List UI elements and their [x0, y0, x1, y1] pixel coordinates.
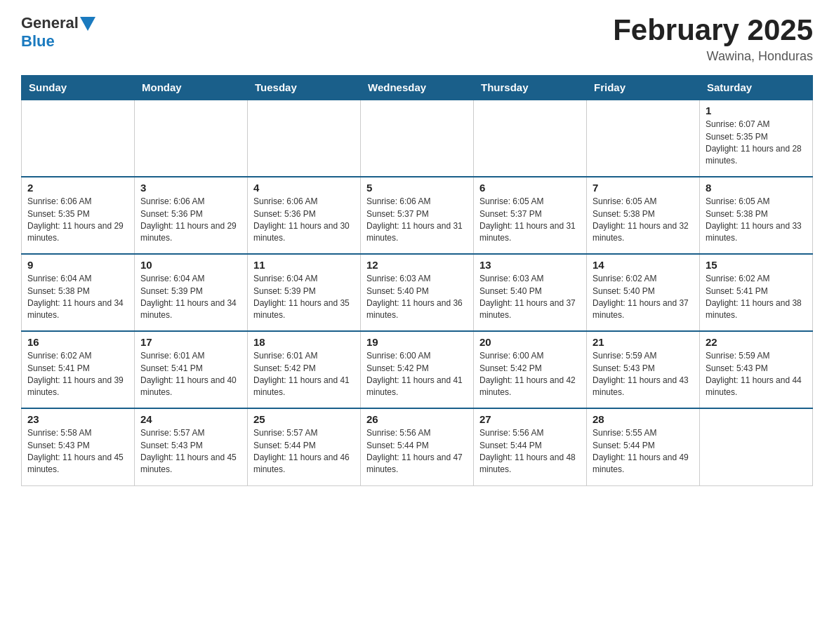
day-info: Sunrise: 6:06 AM Sunset: 5:35 PM Dayligh… [27, 196, 128, 245]
day-number: 23 [27, 413, 128, 425]
calendar-week-row: 16Sunrise: 6:02 AM Sunset: 5:41 PM Dayli… [22, 331, 813, 408]
day-number: 6 [479, 182, 581, 194]
calendar-day-cell: 17Sunrise: 6:01 AM Sunset: 5:41 PM Dayli… [135, 331, 248, 408]
day-info: Sunrise: 5:57 AM Sunset: 5:44 PM Dayligh… [253, 427, 355, 476]
calendar-day-cell: 11Sunrise: 6:04 AM Sunset: 5:39 PM Dayli… [248, 254, 361, 331]
logo-text-blue: Blue [21, 32, 55, 51]
calendar-day-cell: 3Sunrise: 6:06 AM Sunset: 5:36 PM Daylig… [135, 177, 248, 254]
calendar-day-cell: 15Sunrise: 6:02 AM Sunset: 5:41 PM Dayli… [700, 254, 813, 331]
calendar-day-cell: 4Sunrise: 6:06 AM Sunset: 5:36 PM Daylig… [248, 177, 361, 254]
column-header-tuesday: Tuesday [248, 76, 361, 100]
calendar-day-cell: 22Sunrise: 5:59 AM Sunset: 5:43 PM Dayli… [700, 331, 813, 408]
day-number: 20 [479, 336, 581, 348]
calendar-day-cell: 13Sunrise: 6:03 AM Sunset: 5:40 PM Dayli… [474, 254, 587, 331]
day-info: Sunrise: 5:56 AM Sunset: 5:44 PM Dayligh… [479, 427, 581, 476]
calendar-day-cell [248, 100, 361, 177]
column-header-wednesday: Wednesday [361, 76, 474, 100]
day-info: Sunrise: 5:56 AM Sunset: 5:44 PM Dayligh… [366, 427, 468, 476]
calendar-day-cell: 5Sunrise: 6:06 AM Sunset: 5:37 PM Daylig… [361, 177, 474, 254]
calendar-day-cell: 6Sunrise: 6:05 AM Sunset: 5:37 PM Daylig… [474, 177, 587, 254]
day-number: 24 [140, 413, 241, 425]
day-number: 2 [27, 182, 128, 194]
day-number: 26 [366, 413, 468, 425]
calendar-day-cell: 14Sunrise: 6:02 AM Sunset: 5:40 PM Dayli… [587, 254, 700, 331]
day-info: Sunrise: 6:01 AM Sunset: 5:41 PM Dayligh… [140, 350, 241, 399]
day-number: 11 [253, 259, 355, 271]
day-number: 27 [479, 413, 581, 425]
calendar-week-row: 2Sunrise: 6:06 AM Sunset: 5:35 PM Daylig… [22, 177, 813, 254]
logo-text-general: General [21, 14, 79, 32]
day-number: 19 [366, 336, 468, 348]
day-info: Sunrise: 6:04 AM Sunset: 5:39 PM Dayligh… [253, 273, 355, 322]
day-info: Sunrise: 5:57 AM Sunset: 5:43 PM Dayligh… [140, 427, 241, 476]
calendar-day-cell: 23Sunrise: 5:58 AM Sunset: 5:43 PM Dayli… [22, 408, 135, 485]
calendar-day-cell: 18Sunrise: 6:01 AM Sunset: 5:42 PM Dayli… [248, 331, 361, 408]
day-info: Sunrise: 6:04 AM Sunset: 5:39 PM Dayligh… [140, 273, 241, 322]
day-info: Sunrise: 6:02 AM Sunset: 5:40 PM Dayligh… [593, 273, 694, 322]
calendar-day-cell: 28Sunrise: 5:55 AM Sunset: 5:44 PM Dayli… [587, 408, 700, 485]
calendar-day-cell [135, 100, 248, 177]
day-info: Sunrise: 6:03 AM Sunset: 5:40 PM Dayligh… [366, 273, 468, 322]
calendar-week-row: 1Sunrise: 6:07 AM Sunset: 5:35 PM Daylig… [22, 100, 813, 177]
day-info: Sunrise: 6:02 AM Sunset: 5:41 PM Dayligh… [27, 350, 128, 399]
svg-marker-0 [80, 17, 95, 31]
column-header-monday: Monday [135, 76, 248, 100]
calendar-day-cell: 7Sunrise: 6:05 AM Sunset: 5:38 PM Daylig… [587, 177, 700, 254]
day-info: Sunrise: 5:55 AM Sunset: 5:44 PM Dayligh… [593, 427, 694, 476]
day-number: 13 [479, 259, 581, 271]
day-info: Sunrise: 6:04 AM Sunset: 5:38 PM Dayligh… [27, 273, 128, 322]
calendar-day-cell: 9Sunrise: 6:04 AM Sunset: 5:38 PM Daylig… [22, 254, 135, 331]
calendar-week-row: 23Sunrise: 5:58 AM Sunset: 5:43 PM Dayli… [22, 408, 813, 485]
calendar-day-cell [700, 408, 813, 485]
column-header-friday: Friday [587, 76, 700, 100]
day-info: Sunrise: 6:01 AM Sunset: 5:42 PM Dayligh… [253, 350, 355, 399]
day-number: 3 [140, 182, 241, 194]
calendar-day-cell: 10Sunrise: 6:04 AM Sunset: 5:39 PM Dayli… [135, 254, 248, 331]
calendar-day-cell [22, 100, 135, 177]
day-info: Sunrise: 6:05 AM Sunset: 5:38 PM Dayligh… [706, 196, 807, 245]
day-info: Sunrise: 6:02 AM Sunset: 5:41 PM Dayligh… [706, 273, 807, 322]
calendar-day-cell: 24Sunrise: 5:57 AM Sunset: 5:43 PM Dayli… [135, 408, 248, 485]
column-header-saturday: Saturday [700, 76, 813, 100]
day-number: 28 [593, 413, 694, 425]
day-info: Sunrise: 6:00 AM Sunset: 5:42 PM Dayligh… [479, 350, 581, 399]
column-header-thursday: Thursday [474, 76, 587, 100]
calendar-day-cell: 21Sunrise: 5:59 AM Sunset: 5:43 PM Dayli… [587, 331, 700, 408]
calendar-day-cell: 25Sunrise: 5:57 AM Sunset: 5:44 PM Dayli… [248, 408, 361, 485]
calendar-day-cell [474, 100, 587, 177]
day-number: 9 [27, 259, 128, 271]
calendar-day-cell [587, 100, 700, 177]
day-info: Sunrise: 6:03 AM Sunset: 5:40 PM Dayligh… [479, 273, 581, 322]
day-info: Sunrise: 6:06 AM Sunset: 5:36 PM Dayligh… [140, 196, 241, 245]
calendar-header-row: SundayMondayTuesdayWednesdayThursdayFrid… [22, 76, 813, 100]
day-info: Sunrise: 5:59 AM Sunset: 5:43 PM Dayligh… [706, 350, 807, 399]
title-section: February 2025 Wawina, Honduras [613, 14, 813, 64]
day-number: 12 [366, 259, 468, 271]
calendar-week-row: 9Sunrise: 6:04 AM Sunset: 5:38 PM Daylig… [22, 254, 813, 331]
day-number: 5 [366, 182, 468, 194]
calendar-day-cell: 20Sunrise: 6:00 AM Sunset: 5:42 PM Dayli… [474, 331, 587, 408]
calendar-day-cell: 27Sunrise: 5:56 AM Sunset: 5:44 PM Dayli… [474, 408, 587, 485]
calendar-day-cell: 8Sunrise: 6:05 AM Sunset: 5:38 PM Daylig… [700, 177, 813, 254]
day-number: 18 [253, 336, 355, 348]
logo-triangle-icon [80, 17, 95, 31]
day-info: Sunrise: 6:06 AM Sunset: 5:36 PM Dayligh… [253, 196, 355, 245]
day-number: 4 [253, 182, 355, 194]
day-number: 10 [140, 259, 241, 271]
calendar-title: February 2025 [613, 14, 813, 46]
calendar-day-cell: 26Sunrise: 5:56 AM Sunset: 5:44 PM Dayli… [361, 408, 474, 485]
day-number: 16 [27, 336, 128, 348]
day-info: Sunrise: 5:59 AM Sunset: 5:43 PM Dayligh… [593, 350, 694, 399]
calendar-day-cell: 16Sunrise: 6:02 AM Sunset: 5:41 PM Dayli… [22, 331, 135, 408]
day-number: 1 [706, 105, 807, 116]
day-number: 17 [140, 336, 241, 348]
calendar-subtitle: Wawina, Honduras [613, 49, 813, 64]
calendar-day-cell: 1Sunrise: 6:07 AM Sunset: 5:35 PM Daylig… [700, 100, 813, 177]
day-info: Sunrise: 6:05 AM Sunset: 5:38 PM Dayligh… [593, 196, 694, 245]
column-header-sunday: Sunday [22, 76, 135, 100]
day-info: Sunrise: 6:07 AM Sunset: 5:35 PM Dayligh… [706, 119, 807, 168]
logo: General Blue [21, 14, 95, 51]
day-info: Sunrise: 5:58 AM Sunset: 5:43 PM Dayligh… [27, 427, 128, 476]
calendar-day-cell: 2Sunrise: 6:06 AM Sunset: 5:35 PM Daylig… [22, 177, 135, 254]
day-info: Sunrise: 6:00 AM Sunset: 5:42 PM Dayligh… [366, 350, 468, 399]
